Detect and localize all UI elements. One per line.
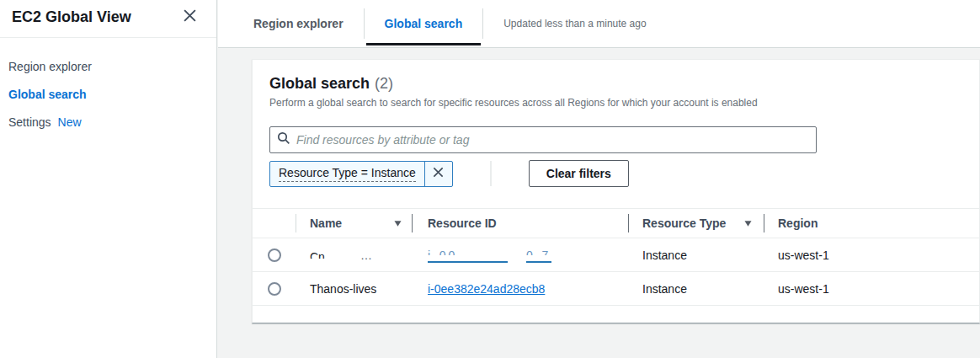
tab-bar: Region explorer Global search Updated le… xyxy=(218,0,980,48)
sidebar-title: EC2 Global View xyxy=(12,8,131,26)
column-header-resource-type[interactable]: Resource Type xyxy=(629,209,764,238)
new-badge: New xyxy=(58,115,82,129)
sort-icon[interactable] xyxy=(393,220,402,227)
link-underline xyxy=(526,261,551,263)
column-label: Name xyxy=(310,216,342,230)
radio-button[interactable] xyxy=(268,282,281,296)
result-count: (2) xyxy=(375,75,393,93)
panel-title: Global search xyxy=(269,75,370,93)
panel-header: Global search (2) xyxy=(269,75,962,93)
redacted-name-fragment: Cn xyxy=(310,251,325,259)
tab-label: Region explorer xyxy=(253,17,344,30)
filter-token[interactable]: Resource Type = Instance xyxy=(269,161,453,187)
table-header-row: Name Resource ID Resource Type xyxy=(253,208,979,238)
sort-icon[interactable] xyxy=(743,220,753,227)
resource-id-link[interactable]: i-0ee382e24ad28ecb8 xyxy=(428,282,545,296)
redacted-id-fragment: i-00 xyxy=(428,249,508,255)
sidebar-item-settings[interactable]: SettingsNew xyxy=(8,115,216,129)
column-label: Resource Type xyxy=(642,216,726,230)
sidebar-item-label[interactable]: Global search xyxy=(8,88,87,101)
remove-filter-button[interactable] xyxy=(425,162,452,186)
close-button[interactable] xyxy=(179,7,200,27)
row-select-cell xyxy=(253,272,296,305)
sidebar-item-label[interactable]: Settings xyxy=(8,115,51,129)
tab-global-search[interactable]: Global search xyxy=(365,0,483,47)
sidebar-item-label[interactable]: Region explorer xyxy=(8,60,92,73)
table-row[interactable]: Cn … i-00 0-7 xyxy=(253,238,979,272)
global-search-panel: Global search (2) Perform a global searc… xyxy=(252,59,980,323)
resource-type-cell: Instance xyxy=(629,272,764,305)
name-cell: Cn … xyxy=(296,238,413,271)
sidebar-item-region-explorer[interactable]: Region explorer xyxy=(8,60,216,73)
radio-button[interactable] xyxy=(268,248,281,262)
search-box xyxy=(269,126,817,153)
results-table: Name Resource ID Resource Type xyxy=(253,208,979,306)
tab-label: Global search xyxy=(385,17,463,30)
filter-token-label[interactable]: Resource Type = Instance xyxy=(270,162,424,186)
column-header-region[interactable]: Region xyxy=(764,209,979,238)
resource-id-cell: i-0ee382e24ad28ecb8 xyxy=(413,272,629,305)
clear-filters-button[interactable]: Clear filters xyxy=(529,160,629,187)
search-icon xyxy=(277,131,290,148)
vertical-divider xyxy=(490,161,492,186)
sidebar-header: EC2 Global View xyxy=(0,0,216,38)
link-underline xyxy=(428,261,508,263)
sidebar: EC2 Global View Region explorer Global s… xyxy=(0,0,217,358)
dismiss-icon xyxy=(432,166,445,181)
search-input[interactable] xyxy=(296,133,809,147)
column-header-name[interactable]: Name xyxy=(296,209,413,238)
row-select-cell xyxy=(253,238,296,271)
close-icon xyxy=(183,8,197,25)
resource-type-cell: Instance xyxy=(629,238,764,271)
column-label: Resource ID xyxy=(428,216,497,230)
table-row[interactable]: Thanos-lives i-0ee382e24ad28ecb8 Instanc… xyxy=(253,272,979,306)
sidebar-nav: Region explorer Global search SettingsNe… xyxy=(0,38,216,129)
filter-row: Resource Type = Instance Clear filters xyxy=(269,160,962,187)
updated-status: Updated less than a minute ago xyxy=(483,0,666,47)
region-cell: us-west-1 xyxy=(764,272,979,305)
sidebar-item-global-search[interactable]: Global search xyxy=(8,88,216,101)
redacted-id-fragment: 0-7 xyxy=(526,249,551,255)
panel-description: Perform a global search to search for sp… xyxy=(269,97,962,109)
redacted-name-trail: … xyxy=(360,248,373,262)
resource-id-cell: i-00 0-7 xyxy=(413,238,629,271)
name-cell: Thanos-lives xyxy=(296,272,413,305)
column-header-resource-id[interactable]: Resource ID xyxy=(413,209,629,238)
selection-column-header xyxy=(253,209,296,238)
redacted-resource-id-link[interactable]: i-00 0-7 xyxy=(428,249,551,263)
main-area: Region explorer Global search Updated le… xyxy=(218,0,980,358)
tab-region-explorer[interactable]: Region explorer xyxy=(233,0,364,47)
region-cell: us-west-1 xyxy=(764,238,979,271)
column-label: Region xyxy=(778,216,818,230)
